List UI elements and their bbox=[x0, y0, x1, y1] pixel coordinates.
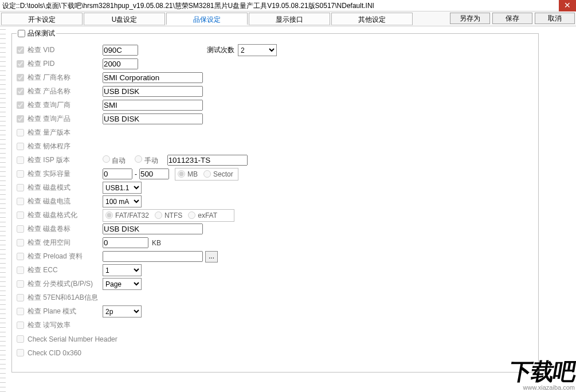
fmt-exfat-radio[interactable] bbox=[188, 211, 195, 219]
fmt-exfat-label: exFAT bbox=[198, 211, 217, 219]
class-select[interactable]: Page bbox=[103, 278, 142, 290]
saveas-button[interactable]: 另存为 bbox=[450, 13, 490, 24]
ispver-input[interactable] bbox=[167, 155, 248, 166]
left-ruler bbox=[0, 26, 6, 392]
qa-legend: 品保测试 bbox=[17, 29, 56, 38]
check-capacity-checkbox[interactable] bbox=[17, 170, 24, 178]
tab-qa-settings[interactable]: 品保设定 bbox=[166, 13, 248, 25]
check-ispver-checkbox[interactable] bbox=[17, 156, 24, 164]
check-mpver-label: 检查 量产版本 bbox=[28, 128, 70, 138]
check-pid-label: 检查 PID bbox=[28, 59, 54, 69]
check-fwprog-checkbox[interactable] bbox=[17, 143, 24, 150]
check-vendor-label: 检查 厂商名称 bbox=[28, 73, 70, 83]
check-cid-label: Check CID 0x360 bbox=[28, 349, 81, 357]
close-button[interactable]: ✕ bbox=[559, 0, 576, 11]
qproduct-input[interactable] bbox=[103, 113, 203, 124]
used-unit: KB bbox=[152, 239, 161, 247]
check-fwprog-label: 检查 韧体程序 bbox=[28, 142, 70, 151]
check-diskcur-checkbox[interactable] bbox=[17, 198, 24, 205]
fmt-ntfs-label: NTFS bbox=[164, 211, 182, 219]
save-button[interactable]: 保存 bbox=[492, 13, 532, 24]
check-qvendor-label: 检查 查询厂商 bbox=[28, 100, 70, 110]
check-class-checkbox[interactable] bbox=[17, 280, 24, 288]
check-preload-checkbox[interactable] bbox=[17, 253, 24, 260]
check-snhdr-label: Check Serial Number Header bbox=[28, 335, 117, 343]
fmt-fat-radio[interactable] bbox=[105, 211, 113, 219]
tab-other-settings[interactable]: 其他设定 bbox=[331, 13, 413, 25]
check-vid-label: 检查 VID bbox=[28, 45, 54, 55]
check-plane-checkbox[interactable] bbox=[17, 308, 24, 315]
product-input[interactable] bbox=[103, 86, 203, 97]
window-title: 设定::D:\tools\桌面\下载吧\hrsm3281hpup_v19.05.… bbox=[2, 2, 374, 10]
check-cid-checkbox[interactable] bbox=[17, 349, 24, 356]
preload-browse-button[interactable]: ... bbox=[205, 251, 218, 262]
check-ecc-label: 检查 ECC bbox=[28, 265, 58, 275]
cancel-button[interactable]: 取消 bbox=[535, 13, 575, 24]
check-diskmode-checkbox[interactable] bbox=[17, 184, 24, 191]
capacity-sector-radio[interactable] bbox=[203, 170, 211, 178]
check-product-checkbox[interactable] bbox=[17, 88, 24, 95]
capacity-unit-group: MB Sector bbox=[175, 168, 238, 181]
vendor-input[interactable] bbox=[103, 72, 203, 83]
vol-input[interactable] bbox=[103, 224, 203, 234]
check-plane-label: 检查 Plane 模式 bbox=[28, 307, 76, 316]
ispver-manual-label: 手动 bbox=[144, 156, 158, 164]
tab-usb-settings[interactable]: U盘设定 bbox=[84, 13, 165, 25]
check-class-label: 检查 分类模式(B/P/S) bbox=[28, 279, 93, 289]
qa-enable-checkbox[interactable] bbox=[18, 30, 25, 37]
capacity-from-input[interactable] bbox=[103, 168, 132, 179]
pid-input[interactable] bbox=[103, 58, 138, 69]
qa-test-group: 品保测试 测试次数 2 检查 VID 检查 PID 检查 厂商名称 bbox=[11, 29, 539, 373]
check-rweff-label: 检查 读写效率 bbox=[28, 320, 70, 330]
capacity-mb-label: MB bbox=[187, 170, 198, 178]
check-pid-checkbox[interactable] bbox=[17, 60, 24, 68]
check-ecc-checkbox[interactable] bbox=[17, 266, 24, 274]
check-product-label: 检查 产品名称 bbox=[28, 87, 70, 96]
check-diskmode-label: 检查 磁盘模式 bbox=[28, 183, 70, 193]
watermark: 下载吧 www.xiazaiba.com bbox=[510, 359, 575, 391]
plane-select[interactable]: 2p bbox=[103, 305, 142, 317]
check-diskfmt-label: 检查 磁盘格式化 bbox=[28, 210, 77, 220]
watermark-url: www.xiazaiba.com bbox=[523, 384, 575, 391]
check-used-label: 检查 使用空间 bbox=[28, 238, 70, 248]
diskcur-select[interactable]: 100 mA bbox=[103, 195, 142, 207]
check-en61ab-checkbox[interactable] bbox=[17, 294, 24, 301]
capacity-to-input[interactable] bbox=[139, 168, 169, 179]
tab-display-interface[interactable]: 显示接口 bbox=[249, 13, 330, 25]
capacity-mb-radio[interactable] bbox=[178, 170, 185, 178]
qvendor-input[interactable] bbox=[103, 100, 203, 111]
check-en61ab-label: 检查 57EN和61AB信息 bbox=[28, 293, 98, 303]
check-vol-checkbox[interactable] bbox=[17, 225, 24, 233]
ispver-auto-radio[interactable] bbox=[103, 155, 110, 163]
diskmode-select[interactable]: USB1.1 bbox=[103, 182, 142, 194]
check-diskfmt-checkbox[interactable] bbox=[17, 211, 24, 219]
watermark-logo: 下载吧 bbox=[507, 359, 576, 384]
toolbar: 开卡设定 U盘设定 品保设定 显示接口 其他设定 另存为 保存 取消 bbox=[0, 11, 576, 26]
ispver-auto-label: 自动 bbox=[112, 156, 126, 164]
check-mpver-checkbox[interactable] bbox=[17, 129, 24, 136]
check-snhdr-checkbox[interactable] bbox=[17, 335, 24, 343]
vid-input[interactable] bbox=[103, 45, 138, 56]
check-capacity-label: 检查 实际容量 bbox=[28, 169, 70, 179]
check-preload-label: 检查 Preload 资料 bbox=[28, 252, 83, 261]
check-vendor-checkbox[interactable] bbox=[17, 74, 24, 81]
fmt-ntfs-radio[interactable] bbox=[155, 211, 162, 219]
diskfmt-group: FAT/FAT32 NTFS exFAT bbox=[103, 209, 234, 222]
preload-input[interactable] bbox=[103, 251, 203, 262]
fmt-fat-label: FAT/FAT32 bbox=[115, 211, 149, 219]
check-used-checkbox[interactable] bbox=[17, 239, 24, 246]
dash: - bbox=[135, 170, 137, 178]
check-qproduct-checkbox[interactable] bbox=[17, 115, 24, 123]
check-qproduct-label: 检查 查询产品 bbox=[28, 114, 70, 124]
check-rweff-checkbox[interactable] bbox=[17, 322, 24, 329]
titlebar: 设定::D:\tools\桌面\下载吧\hrsm3281hpup_v19.05.… bbox=[0, 0, 576, 11]
check-qvendor-checkbox[interactable] bbox=[17, 101, 24, 109]
qa-legend-text: 品保测试 bbox=[28, 29, 55, 38]
ecc-select[interactable]: 1 bbox=[103, 264, 142, 276]
content-area: 品保测试 测试次数 2 检查 VID 检查 PID 检查 厂商名称 bbox=[0, 26, 576, 392]
check-vid-checkbox[interactable] bbox=[17, 46, 24, 54]
ispver-manual-radio[interactable] bbox=[135, 155, 142, 163]
used-input[interactable] bbox=[103, 237, 148, 248]
capacity-sector-label: Sector bbox=[213, 170, 233, 178]
tab-card-settings[interactable]: 开卡设定 bbox=[1, 13, 83, 25]
